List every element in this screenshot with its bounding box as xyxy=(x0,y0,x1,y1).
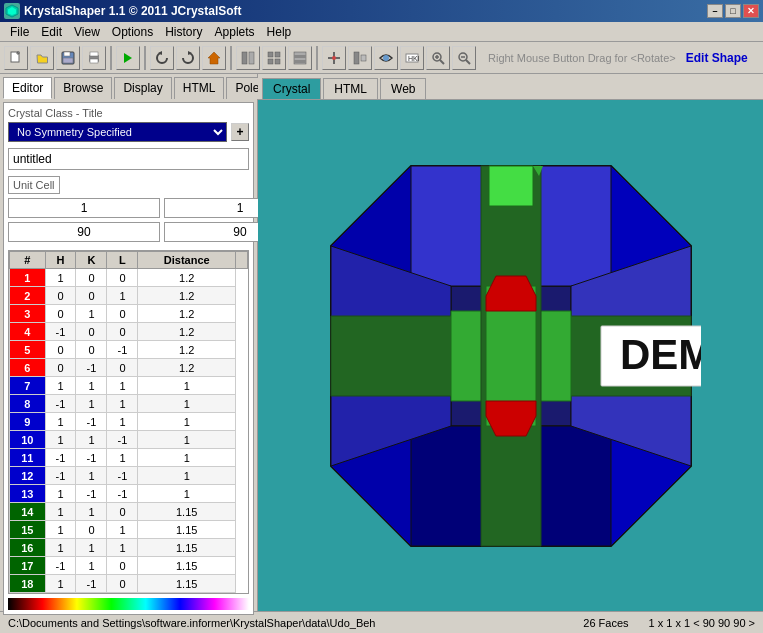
play-button[interactable] xyxy=(116,46,140,70)
table-row[interactable]: 1 1 0 0 1.2 xyxy=(10,269,248,287)
svg-text:DEMO: DEMO xyxy=(620,331,701,378)
add-class-button[interactable]: + xyxy=(231,123,249,141)
unit-cell-values xyxy=(8,198,249,218)
status-path: C:\Documents and Settings\software.infor… xyxy=(8,617,563,629)
title-input[interactable] xyxy=(8,148,249,170)
right-tab-web[interactable]: Web xyxy=(380,78,426,99)
cell-k: 1 xyxy=(76,503,107,521)
table-row[interactable]: 7 1 1 1 1 xyxy=(10,377,248,395)
face-view-3[interactable] xyxy=(288,46,312,70)
unit-cell-alpha[interactable] xyxy=(8,222,160,242)
menu-applets[interactable]: Applets xyxy=(209,23,261,41)
new-button[interactable] xyxy=(4,46,28,70)
cell-dist: 1.2 xyxy=(138,287,236,305)
cell-l: -1 xyxy=(107,467,138,485)
table-row[interactable]: 15 1 0 1 1.15 xyxy=(10,521,248,539)
menu-file[interactable]: File xyxy=(4,23,35,41)
table-row[interactable]: 18 1 -1 0 1.15 xyxy=(10,575,248,593)
svg-text:HKL: HKL xyxy=(408,55,419,62)
tab-display[interactable]: Display xyxy=(114,77,171,99)
crystal-class-select[interactable]: No Symmetry Specified xyxy=(8,122,227,142)
label-button[interactable]: HKL xyxy=(400,46,424,70)
crystal-viewport: DEMO xyxy=(258,100,763,611)
right-tab-html[interactable]: HTML xyxy=(323,78,378,99)
rotate-right-button[interactable] xyxy=(176,46,200,70)
print-button[interactable] xyxy=(82,46,106,70)
menu-bar: File Edit View Options History Applets H… xyxy=(0,22,763,42)
face-table-container[interactable]: # H K L Distance 1 1 0 0 1.2 2 0 xyxy=(8,250,249,594)
cell-dist: 1 xyxy=(138,449,236,467)
toolbar: HKL Right Mouse Button Drag for <Rotate>… xyxy=(0,42,763,74)
svg-rect-13 xyxy=(242,52,247,64)
cell-num: 6 xyxy=(10,359,46,377)
cell-num: 4 xyxy=(10,323,46,341)
table-row[interactable]: 17 -1 1 0 1.15 xyxy=(10,557,248,575)
table-row[interactable]: 8 -1 1 1 1 xyxy=(10,395,248,413)
table-row[interactable]: 12 -1 1 -1 1 xyxy=(10,467,248,485)
cell-k: 1 xyxy=(76,557,107,575)
cell-dist: 1.15 xyxy=(138,575,236,593)
menu-help[interactable]: Help xyxy=(261,23,298,41)
cell-k: 0 xyxy=(76,287,107,305)
table-row[interactable]: 14 1 1 0 1.15 xyxy=(10,503,248,521)
axis-button[interactable] xyxy=(322,46,346,70)
table-row[interactable]: 2 0 0 1 1.2 xyxy=(10,287,248,305)
cell-num: 11 xyxy=(10,449,46,467)
home-button[interactable] xyxy=(202,46,226,70)
cell-num: 8 xyxy=(10,395,46,413)
rotate-left-button[interactable] xyxy=(150,46,174,70)
cell-dist: 1.2 xyxy=(138,305,236,323)
cell-h: 1 xyxy=(45,503,76,521)
maximize-button[interactable]: □ xyxy=(725,4,741,18)
frame-button[interactable] xyxy=(348,46,372,70)
face-view-2[interactable] xyxy=(262,46,286,70)
title-bar: KrystalShaper 1.1 © 2011 JCrystalSoft – … xyxy=(0,0,763,22)
close-button[interactable]: ✕ xyxy=(743,4,759,18)
cell-dist: 1.2 xyxy=(138,269,236,287)
view-button[interactable] xyxy=(374,46,398,70)
unit-cell-a[interactable] xyxy=(8,198,160,218)
minimize-button[interactable]: – xyxy=(707,4,723,18)
table-row[interactable]: 4 -1 0 0 1.2 xyxy=(10,323,248,341)
cell-l: -1 xyxy=(107,341,138,359)
tab-html[interactable]: HTML xyxy=(174,77,225,99)
window-controls: – □ ✕ xyxy=(707,4,759,18)
svg-rect-21 xyxy=(294,60,306,63)
cell-l: 1 xyxy=(107,539,138,557)
menu-view[interactable]: View xyxy=(68,23,106,41)
tab-editor[interactable]: Editor xyxy=(3,77,52,99)
color-bar[interactable] xyxy=(8,598,249,610)
cell-dist: 1.15 xyxy=(138,539,236,557)
table-row[interactable]: 3 0 1 0 1.2 xyxy=(10,305,248,323)
cell-k: -1 xyxy=(76,413,107,431)
cell-dist: 1 xyxy=(138,413,236,431)
zoom-out-button[interactable] xyxy=(452,46,476,70)
svg-rect-25 xyxy=(354,52,359,64)
table-row[interactable]: 10 1 1 -1 1 xyxy=(10,431,248,449)
open-button[interactable] xyxy=(30,46,54,70)
cell-k: -1 xyxy=(76,359,107,377)
table-row[interactable]: 11 -1 -1 1 1 xyxy=(10,449,248,467)
cell-num: 5 xyxy=(10,341,46,359)
cell-l: 1 xyxy=(107,287,138,305)
save-button[interactable] xyxy=(56,46,80,70)
app-icon xyxy=(4,3,20,19)
menu-edit[interactable]: Edit xyxy=(35,23,68,41)
menu-options[interactable]: Options xyxy=(106,23,159,41)
table-row[interactable]: 6 0 -1 0 1.2 xyxy=(10,359,248,377)
unit-cell-angles xyxy=(8,222,249,242)
zoom-in-button[interactable] xyxy=(426,46,450,70)
cell-dist: 1.2 xyxy=(138,359,236,377)
table-row[interactable]: 5 0 0 -1 1.2 xyxy=(10,341,248,359)
svg-rect-17 xyxy=(268,59,273,64)
menu-history[interactable]: History xyxy=(159,23,208,41)
table-row[interactable]: 16 1 1 1 1.15 xyxy=(10,539,248,557)
face-view-1[interactable] xyxy=(236,46,260,70)
right-tab-crystal[interactable]: Crystal xyxy=(262,78,321,99)
cell-h: 1 xyxy=(45,269,76,287)
cell-h: 1 xyxy=(45,575,76,593)
table-row[interactable]: 9 1 -1 1 1 xyxy=(10,413,248,431)
tab-browse[interactable]: Browse xyxy=(54,77,112,99)
table-row[interactable]: 13 1 -1 -1 1 xyxy=(10,485,248,503)
cell-l: 0 xyxy=(107,503,138,521)
